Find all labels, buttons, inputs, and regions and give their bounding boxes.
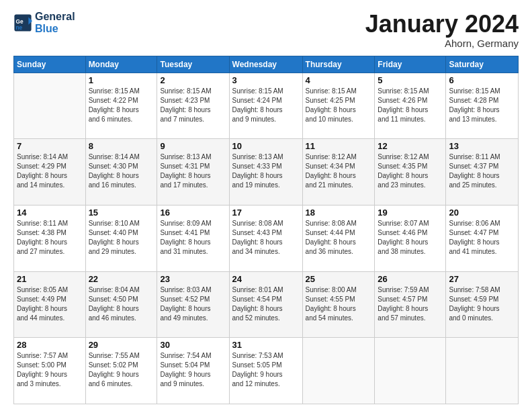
page-header: Ge ne General Blue January 2024 Ahorn, G… [13, 11, 519, 49]
calendar-cell: 22Sunrise: 8:04 AM Sunset: 4:50 PM Dayli… [85, 271, 157, 338]
calendar-cell: 21Sunrise: 8:05 AM Sunset: 4:49 PM Dayli… [14, 271, 86, 338]
day-number: 23 [160, 274, 226, 284]
day-info: Sunrise: 8:11 AM Sunset: 4:38 PM Dayligh… [17, 219, 83, 257]
day-number: 29 [89, 340, 154, 350]
day-info: Sunrise: 7:54 AM Sunset: 5:04 PM Dayligh… [160, 351, 226, 389]
day-info: Sunrise: 8:00 AM Sunset: 4:55 PM Dayligh… [306, 285, 372, 323]
day-number: 2 [160, 75, 226, 85]
day-info: Sunrise: 8:04 AM Sunset: 4:50 PM Dayligh… [89, 285, 154, 323]
calendar-cell: 27Sunrise: 7:58 AM Sunset: 4:59 PM Dayli… [446, 271, 519, 338]
day-number: 31 [232, 340, 300, 350]
logo: Ge ne General Blue [13, 11, 75, 36]
calendar-cell: 9Sunrise: 8:13 AM Sunset: 4:31 PM Daylig… [157, 139, 229, 205]
calendar-cell [302, 338, 375, 404]
calendar-cell: 1Sunrise: 8:15 AM Sunset: 4:22 PM Daylig… [85, 73, 157, 139]
day-info: Sunrise: 8:08 AM Sunset: 4:44 PM Dayligh… [306, 219, 372, 257]
page-subtitle: Ahorn, Germany [365, 38, 519, 49]
day-number: 8 [89, 141, 154, 151]
day-number: 1 [89, 75, 154, 85]
day-number: 5 [378, 75, 443, 85]
day-number: 25 [306, 274, 372, 284]
calendar-cell: 26Sunrise: 7:59 AM Sunset: 4:57 PM Dayli… [375, 271, 446, 338]
weekday-header: Sunday [14, 56, 86, 73]
calendar-cell: 18Sunrise: 8:08 AM Sunset: 4:44 PM Dayli… [302, 205, 375, 271]
weekday-header: Thursday [302, 56, 375, 73]
day-info: Sunrise: 8:15 AM Sunset: 4:24 PM Dayligh… [232, 87, 300, 124]
day-number: 28 [17, 340, 83, 350]
calendar-cell: 8Sunrise: 8:14 AM Sunset: 4:30 PM Daylig… [85, 139, 157, 205]
calendar-cell: 25Sunrise: 8:00 AM Sunset: 4:55 PM Dayli… [302, 271, 375, 338]
calendar-cell: 3Sunrise: 8:15 AM Sunset: 4:24 PM Daylig… [229, 73, 302, 139]
calendar-cell [446, 338, 519, 404]
weekday-header: Wednesday [229, 56, 302, 73]
day-info: Sunrise: 8:10 AM Sunset: 4:40 PM Dayligh… [89, 219, 154, 257]
day-number: 19 [378, 208, 443, 218]
calendar-cell [14, 73, 86, 139]
day-info: Sunrise: 8:13 AM Sunset: 4:33 PM Dayligh… [232, 152, 300, 190]
day-info: Sunrise: 8:15 AM Sunset: 4:28 PM Dayligh… [449, 87, 515, 124]
day-number: 13 [449, 141, 515, 151]
day-info: Sunrise: 7:58 AM Sunset: 4:59 PM Dayligh… [449, 285, 515, 323]
day-number: 26 [378, 274, 443, 284]
logo-text-general: General [35, 11, 75, 23]
day-info: Sunrise: 8:14 AM Sunset: 4:30 PM Dayligh… [89, 152, 154, 190]
day-info: Sunrise: 8:11 AM Sunset: 4:37 PM Dayligh… [449, 152, 515, 190]
calendar-header-row: SundayMondayTuesdayWednesdayThursdayFrid… [14, 56, 519, 73]
day-number: 4 [306, 75, 372, 85]
calendar-table: SundayMondayTuesdayWednesdayThursdayFrid… [13, 56, 519, 404]
calendar-week-row: 1Sunrise: 8:15 AM Sunset: 4:22 PM Daylig… [14, 73, 519, 139]
day-info: Sunrise: 8:06 AM Sunset: 4:47 PM Dayligh… [449, 219, 515, 257]
weekday-header: Monday [85, 56, 157, 73]
day-info: Sunrise: 8:08 AM Sunset: 4:43 PM Dayligh… [232, 219, 300, 257]
weekday-header: Saturday [446, 56, 519, 73]
day-info: Sunrise: 7:57 AM Sunset: 5:00 PM Dayligh… [17, 351, 83, 389]
calendar-cell: 13Sunrise: 8:11 AM Sunset: 4:37 PM Dayli… [446, 139, 519, 205]
calendar-cell: 7Sunrise: 8:14 AM Sunset: 4:29 PM Daylig… [14, 139, 86, 205]
day-info: Sunrise: 8:13 AM Sunset: 4:31 PM Dayligh… [160, 152, 226, 190]
logo-text-blue: Blue [35, 23, 75, 35]
calendar-cell: 20Sunrise: 8:06 AM Sunset: 4:47 PM Dayli… [446, 205, 519, 271]
day-number: 21 [17, 274, 83, 284]
day-number: 3 [232, 75, 300, 85]
day-number: 9 [160, 141, 226, 151]
day-info: Sunrise: 8:15 AM Sunset: 4:22 PM Dayligh… [89, 87, 154, 124]
calendar-cell [375, 338, 446, 404]
day-number: 27 [449, 274, 515, 284]
calendar-cell: 19Sunrise: 8:07 AM Sunset: 4:46 PM Dayli… [375, 205, 446, 271]
day-info: Sunrise: 8:03 AM Sunset: 4:52 PM Dayligh… [160, 285, 226, 323]
calendar-cell: 10Sunrise: 8:13 AM Sunset: 4:33 PM Dayli… [229, 139, 302, 205]
day-number: 16 [160, 208, 226, 218]
day-info: Sunrise: 8:05 AM Sunset: 4:49 PM Dayligh… [17, 285, 83, 323]
calendar-cell: 4Sunrise: 8:15 AM Sunset: 4:25 PM Daylig… [302, 73, 375, 139]
calendar-cell: 16Sunrise: 8:09 AM Sunset: 4:41 PM Dayli… [157, 205, 229, 271]
svg-text:ne: ne [16, 24, 23, 31]
calendar-cell: 11Sunrise: 8:12 AM Sunset: 4:34 PM Dayli… [302, 139, 375, 205]
page-title: January 2024 [365, 11, 519, 38]
calendar-cell: 12Sunrise: 8:12 AM Sunset: 4:35 PM Dayli… [375, 139, 446, 205]
calendar-cell: 6Sunrise: 8:15 AM Sunset: 4:28 PM Daylig… [446, 73, 519, 139]
calendar-cell: 30Sunrise: 7:54 AM Sunset: 5:04 PM Dayli… [157, 338, 229, 404]
title-block: January 2024 Ahorn, Germany [365, 11, 519, 49]
weekday-header: Friday [375, 56, 446, 73]
day-number: 6 [449, 75, 515, 85]
day-info: Sunrise: 8:07 AM Sunset: 4:46 PM Dayligh… [378, 219, 443, 257]
day-info: Sunrise: 7:55 AM Sunset: 5:02 PM Dayligh… [89, 351, 154, 389]
day-number: 15 [89, 208, 154, 218]
calendar-cell: 28Sunrise: 7:57 AM Sunset: 5:00 PM Dayli… [14, 338, 86, 404]
day-info: Sunrise: 7:53 AM Sunset: 5:05 PM Dayligh… [232, 351, 300, 389]
day-info: Sunrise: 8:12 AM Sunset: 4:35 PM Dayligh… [378, 152, 443, 190]
day-number: 14 [17, 208, 83, 218]
calendar-week-row: 21Sunrise: 8:05 AM Sunset: 4:49 PM Dayli… [14, 271, 519, 338]
calendar-cell: 14Sunrise: 8:11 AM Sunset: 4:38 PM Dayli… [14, 205, 86, 271]
calendar-week-row: 7Sunrise: 8:14 AM Sunset: 4:29 PM Daylig… [14, 139, 519, 205]
calendar-cell: 31Sunrise: 7:53 AM Sunset: 5:05 PM Dayli… [229, 338, 302, 404]
day-info: Sunrise: 8:15 AM Sunset: 4:26 PM Dayligh… [378, 87, 443, 124]
day-number: 24 [232, 274, 300, 284]
day-info: Sunrise: 8:01 AM Sunset: 4:54 PM Dayligh… [232, 285, 300, 323]
day-info: Sunrise: 8:12 AM Sunset: 4:34 PM Dayligh… [306, 152, 372, 190]
day-number: 20 [449, 208, 515, 218]
day-info: Sunrise: 8:15 AM Sunset: 4:25 PM Dayligh… [306, 87, 372, 124]
calendar-cell: 29Sunrise: 7:55 AM Sunset: 5:02 PM Dayli… [85, 338, 157, 404]
day-info: Sunrise: 8:15 AM Sunset: 4:23 PM Dayligh… [160, 87, 226, 124]
logo-icon: Ge ne [13, 13, 32, 32]
